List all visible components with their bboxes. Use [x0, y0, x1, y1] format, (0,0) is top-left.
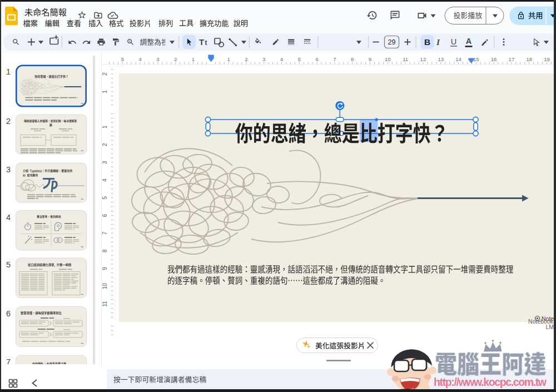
- svg-text:5: 5: [102, 196, 108, 199]
- svg-text:http://www.kocpc.com.tw: http://www.kocpc.com.tw: [434, 376, 547, 388]
- svg-text:7: 7: [333, 56, 336, 62]
- svg-text:8: 8: [102, 249, 108, 252]
- svg-text:17: 17: [509, 56, 515, 62]
- svg-text:3: 3: [262, 56, 265, 62]
- svg-text:10: 10: [102, 283, 108, 290]
- svg-text:1: 1: [192, 56, 195, 62]
- svg-text:9: 9: [102, 267, 108, 270]
- svg-text:4: 4: [280, 56, 283, 62]
- svg-text:LM: LM: [545, 324, 554, 330]
- svg-text:7: 7: [102, 231, 108, 235]
- svg-text:2: 2: [6, 117, 11, 126]
- svg-text:A: A: [466, 37, 472, 46]
- svg-text:6: 6: [102, 214, 108, 217]
- svg-text:1: 1: [6, 67, 11, 76]
- svg-text:3: 3: [102, 161, 108, 164]
- svg-text:1: 1: [102, 125, 108, 128]
- svg-text:14: 14: [455, 56, 461, 62]
- svg-text:6: 6: [315, 56, 318, 62]
- svg-text:2: 2: [174, 56, 177, 62]
- svg-text:U: U: [451, 37, 456, 46]
- svg-text:11: 11: [403, 56, 408, 62]
- svg-text:16: 16: [491, 56, 497, 62]
- svg-text:3: 3: [156, 56, 159, 62]
- svg-text:15: 15: [473, 56, 479, 62]
- svg-text:10: 10: [385, 56, 391, 62]
- svg-text:I: I: [436, 37, 440, 47]
- svg-text:29: 29: [388, 38, 396, 46]
- svg-text:4: 4: [6, 213, 11, 222]
- svg-text:18: 18: [526, 56, 532, 62]
- svg-text:3: 3: [6, 165, 11, 174]
- svg-text:13: 13: [438, 56, 444, 62]
- svg-text:1: 1: [227, 56, 230, 62]
- svg-text:B: B: [424, 37, 430, 47]
- svg-text:4: 4: [102, 178, 108, 182]
- svg-text:8: 8: [351, 56, 354, 62]
- svg-text:5: 5: [6, 260, 11, 269]
- svg-text:9: 9: [369, 56, 371, 62]
- svg-text:2: 2: [102, 143, 108, 146]
- svg-text:t: t: [205, 39, 207, 47]
- svg-text:5: 5: [121, 56, 124, 62]
- svg-text:2: 2: [102, 72, 108, 76]
- svg-text:5: 5: [298, 56, 301, 62]
- svg-text:19: 19: [544, 56, 550, 62]
- svg-text:6: 6: [6, 309, 11, 318]
- svg-text:T: T: [199, 37, 204, 47]
- svg-text:12: 12: [420, 56, 426, 62]
- svg-text:11: 11: [102, 301, 108, 307]
- svg-text:1: 1: [102, 90, 108, 93]
- svg-text:4: 4: [138, 56, 141, 62]
- svg-text:2: 2: [245, 56, 247, 62]
